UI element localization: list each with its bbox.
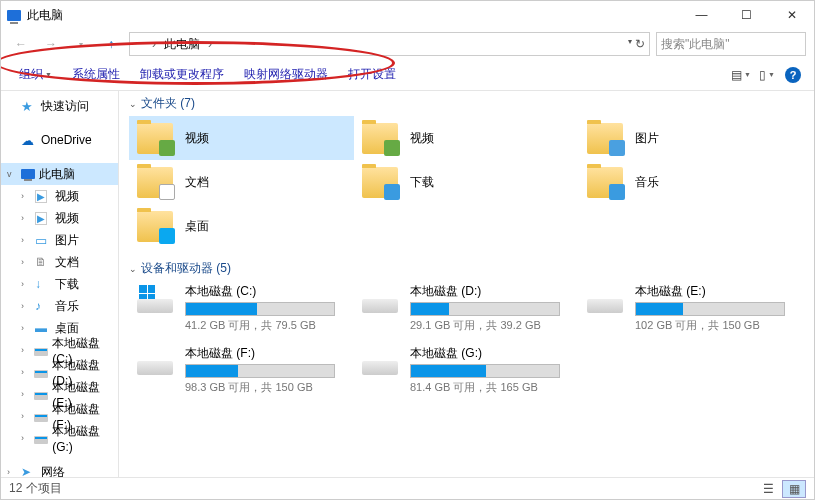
folder-icon bbox=[585, 164, 625, 200]
drive-usage-bar bbox=[635, 302, 785, 316]
nav-forward-button[interactable]: → bbox=[39, 32, 63, 56]
search-input[interactable]: 搜索"此电脑" bbox=[656, 32, 806, 56]
refresh-icon[interactable]: ↻ bbox=[635, 37, 645, 51]
doc-icon bbox=[35, 255, 51, 269]
chevron-right-icon: › bbox=[206, 37, 214, 51]
caret-icon[interactable]: › bbox=[21, 213, 31, 223]
minimize-button[interactable]: ― bbox=[679, 1, 724, 29]
drive-icon bbox=[34, 436, 48, 444]
pc-icon bbox=[7, 10, 21, 21]
drive-usage-bar bbox=[185, 302, 335, 316]
group-header-folders[interactable]: ⌄ 文件夹 (7) bbox=[129, 91, 804, 116]
nav-label: 视频 bbox=[55, 188, 79, 205]
folder-label: 下载 bbox=[410, 174, 434, 191]
drive-icon bbox=[135, 345, 175, 377]
search-placeholder: 搜索"此电脑" bbox=[661, 36, 730, 53]
caret-icon[interactable]: › bbox=[21, 433, 30, 443]
group-title: 文件夹 (7) bbox=[141, 95, 195, 112]
folder-desktop[interactable]: 桌面 bbox=[129, 204, 354, 248]
drive-icon bbox=[34, 348, 48, 356]
preview-pane-button[interactable]: ▯▼ bbox=[754, 64, 780, 86]
nav-music[interactable]: ›音乐 bbox=[1, 295, 118, 317]
drive-icon bbox=[34, 414, 48, 422]
drive-d[interactable]: 本地磁盘 (D:)29.1 GB 可用，共 39.2 GB bbox=[354, 281, 579, 335]
drive-icon bbox=[34, 370, 48, 378]
folder-music[interactable]: 音乐 bbox=[579, 160, 804, 204]
nav-label: 文档 bbox=[55, 254, 79, 271]
drive-stats: 81.4 GB 可用，共 165 GB bbox=[410, 380, 573, 395]
nav-onedrive[interactable]: OneDrive bbox=[1, 129, 118, 151]
network-icon bbox=[21, 465, 37, 477]
group-header-drives[interactable]: ⌄ 设备和驱动器 (5) bbox=[129, 256, 804, 281]
titlebar: 此电脑 ― ☐ ✕ bbox=[1, 1, 814, 29]
nav-quick-access[interactable]: 快速访问 bbox=[1, 95, 118, 117]
group-title: 设备和驱动器 (5) bbox=[141, 260, 231, 277]
caret-icon[interactable]: › bbox=[21, 301, 31, 311]
folder-label: 音乐 bbox=[635, 174, 659, 191]
view-options-button[interactable]: ▤▼ bbox=[728, 64, 754, 86]
drive-icon bbox=[585, 283, 625, 315]
chevron-right-icon: › bbox=[150, 37, 158, 51]
folder-downloads[interactable]: 下载 bbox=[354, 160, 579, 204]
drive-c[interactable]: 本地磁盘 (C:)41.2 GB 可用，共 79.5 GB bbox=[129, 281, 354, 335]
maximize-button[interactable]: ☐ bbox=[724, 1, 769, 29]
caret-icon[interactable]: › bbox=[21, 257, 31, 267]
nav-pictures[interactable]: ›图片 bbox=[1, 229, 118, 251]
folder-icon bbox=[360, 164, 400, 200]
caret-icon[interactable]: › bbox=[21, 411, 30, 421]
nav-drive-g[interactable]: ›本地磁盘 (G:) bbox=[1, 427, 118, 449]
toolbar-organize[interactable]: 组织▼ bbox=[9, 62, 62, 87]
nav-videos-2[interactable]: ›视频 bbox=[1, 207, 118, 229]
toolbar-uninstall-programs[interactable]: 卸载或更改程序 bbox=[130, 62, 234, 87]
nav-label: 下载 bbox=[55, 276, 79, 293]
drive-name: 本地磁盘 (E:) bbox=[635, 283, 798, 300]
caret-down-icon[interactable]: v bbox=[7, 169, 17, 179]
drive-usage-bar bbox=[410, 364, 560, 378]
toolbar-open-settings[interactable]: 打开设置 bbox=[338, 62, 406, 87]
close-button[interactable]: ✕ bbox=[769, 1, 814, 29]
nav-up-button[interactable]: ↑ bbox=[99, 32, 123, 56]
drive-g[interactable]: 本地磁盘 (G:)81.4 GB 可用，共 165 GB bbox=[354, 343, 579, 397]
drive-name: 本地磁盘 (D:) bbox=[410, 283, 573, 300]
folder-documents[interactable]: 文档 bbox=[129, 160, 354, 204]
help-button[interactable]: ? bbox=[780, 64, 806, 86]
nav-back-button[interactable]: ← bbox=[9, 32, 33, 56]
nav-videos-1[interactable]: ›视频 bbox=[1, 185, 118, 207]
folder-label: 文档 bbox=[185, 174, 209, 191]
folder-icon bbox=[135, 120, 175, 156]
nav-downloads[interactable]: ›下载 bbox=[1, 273, 118, 295]
caret-icon[interactable]: › bbox=[21, 367, 30, 377]
dropdown-icon[interactable]: ▾ bbox=[628, 37, 632, 51]
drive-e[interactable]: 本地磁盘 (E:)102 GB 可用，共 150 GB bbox=[579, 281, 804, 335]
caret-icon[interactable]: › bbox=[7, 467, 17, 477]
toolbar-map-network-drive[interactable]: 映射网络驱动器 bbox=[234, 62, 338, 87]
caret-icon[interactable]: › bbox=[21, 345, 30, 355]
caret-icon[interactable]: › bbox=[21, 235, 31, 245]
drive-stats: 98.3 GB 可用，共 150 GB bbox=[185, 380, 348, 395]
nav-documents[interactable]: ›文档 bbox=[1, 251, 118, 273]
nav-network[interactable]: › 网络 bbox=[1, 461, 118, 477]
drive-name: 本地磁盘 (G:) bbox=[410, 345, 573, 362]
nav-this-pc[interactable]: v 此电脑 bbox=[1, 163, 118, 185]
nav-label: 网络 bbox=[41, 464, 65, 478]
pc-icon bbox=[21, 169, 35, 179]
breadcrumb-root[interactable]: 此电脑 bbox=[162, 36, 202, 53]
tiles-view-button[interactable]: ▦ bbox=[782, 480, 806, 498]
caret-icon[interactable]: › bbox=[21, 191, 31, 201]
content-pane: ⌄ 文件夹 (7) 视频视频图片文档下载音乐桌面 ⌄ 设备和驱动器 (5) 本地… bbox=[119, 91, 814, 477]
folder-pictures[interactable]: 图片 bbox=[579, 116, 804, 160]
nav-recent-button[interactable]: ▾ bbox=[69, 32, 93, 56]
address-bar[interactable]: › 此电脑 › ▾ ↻ bbox=[129, 32, 650, 56]
toolbar-system-properties[interactable]: 系统属性 bbox=[62, 62, 130, 87]
details-view-button[interactable]: ☰ bbox=[756, 480, 780, 498]
drive-f[interactable]: 本地磁盘 (F:)98.3 GB 可用，共 150 GB bbox=[129, 343, 354, 397]
address-row: ← → ▾ ↑ › 此电脑 › ▾ ↻ 搜索"此电脑" bbox=[1, 29, 814, 59]
drive-stats: 29.1 GB 可用，共 39.2 GB bbox=[410, 318, 573, 333]
drive-icon bbox=[34, 392, 48, 400]
caret-icon[interactable]: › bbox=[21, 323, 31, 333]
drive-icon bbox=[135, 283, 175, 315]
folder-videos-1[interactable]: 视频 bbox=[129, 116, 354, 160]
caret-icon[interactable]: › bbox=[21, 279, 31, 289]
folder-videos-2[interactable]: 视频 bbox=[354, 116, 579, 160]
caret-icon[interactable]: › bbox=[21, 389, 30, 399]
